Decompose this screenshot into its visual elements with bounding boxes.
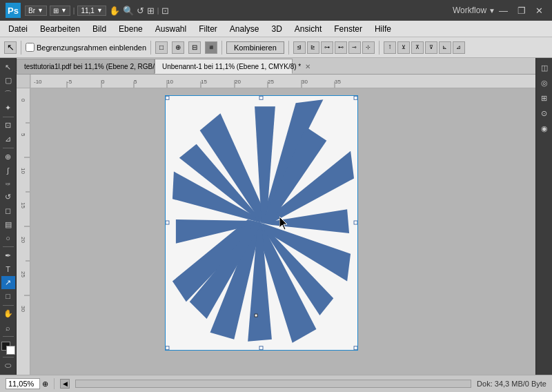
svg-text:30: 30 <box>302 79 308 85</box>
menu-ebene[interactable]: Ebene <box>113 23 148 35</box>
svg-text:30: 30 <box>20 306 26 312</box>
canvas-document[interactable] <box>165 95 358 351</box>
transform-panel-btn[interactable]: ⊞ <box>538 91 551 105</box>
shape-option-1[interactable]: □ <box>155 41 168 54</box>
main-area: ↖ ▢ ⌒ ✦ ⊡ ⊿ ⊕ ∫ ⎃ ↺ ◻ ▤ ○ ✒ T ↗ □ ✋ ⌕ ⬭ <box>0 58 552 375</box>
distribute-2[interactable]: ⊻ <box>397 41 410 54</box>
svg-text:10: 10 <box>167 79 173 85</box>
brush-tool[interactable]: ∫ <box>1 164 15 177</box>
zoom-input[interactable]: 11,05% <box>6 378 40 389</box>
zoom-tool[interactable]: ⌕ <box>1 321 15 334</box>
svg-text:25: 25 <box>268 79 274 85</box>
restore-button[interactable]: ❐ <box>514 4 529 17</box>
bounding-box-input[interactable] <box>26 43 34 52</box>
distribute-4[interactable]: ⊽ <box>425 41 437 54</box>
shape-option-2[interactable]: ⊕ <box>172 41 184 54</box>
combine-button[interactable]: Kombinieren <box>226 41 284 54</box>
hand-cursor-icon[interactable]: ✋ <box>109 6 120 16</box>
menu-fenster[interactable]: Fenster <box>328 23 368 35</box>
separator4 <box>288 41 289 55</box>
zoom-in-icon[interactable]: 🔍 <box>123 6 134 16</box>
align-center[interactable]: ⊵ <box>307 41 319 54</box>
tab-1[interactable]: testtutoria1l.pdf bei 11,1% (Ebene 2, RG… <box>17 59 155 74</box>
doc-area: testtutoria1l.pdf bei 11,1% (Ebene 2, RG… <box>17 58 535 375</box>
menu-bild[interactable]: Bild <box>87 23 112 35</box>
menu-auswahl[interactable]: Auswahl <box>150 23 192 35</box>
alignment-tools: ⊴ ⊵ ⊶ ⊷ ⊸ ⊹ <box>293 41 375 54</box>
menu-bar: Datei Bearbeiten Bild Ebene Auswahl Filt… <box>0 21 552 37</box>
menu-filter[interactable]: Filter <box>193 23 223 35</box>
tab-2-close[interactable]: ✕ <box>305 63 310 70</box>
tab-1-label: testtutoria1l.pdf bei 11,1% (Ebene 2, RG… <box>24 63 166 70</box>
zoom-confirm-icon: ⊕ <box>42 380 48 389</box>
title-bar: Ps Br▼ ⊞▼ | 11,1▼ ✋ 🔍 ↺ ⊞ | ⊡ Workflow ▼… <box>0 0 552 21</box>
svg-text:-10: -10 <box>34 79 42 85</box>
menu-analyse[interactable]: Analyse <box>224 23 265 35</box>
tab-2[interactable]: Unbenannt-1 bei 11,1% (Ebene 1, CMYK/8) … <box>155 59 293 74</box>
tool-sep-4 <box>3 305 14 306</box>
quick-mask-tool[interactable]: ⬭ <box>1 359 15 372</box>
mode-selector[interactable]: Br▼ <box>25 6 47 16</box>
hand-tool[interactable]: ✋ <box>1 308 15 321</box>
status-sep <box>54 378 55 389</box>
type-tool[interactable]: T <box>1 263 15 276</box>
view-grid-icon[interactable]: ⊞ <box>147 6 155 16</box>
screen-mode-selector[interactable]: ⊞▼ <box>50 6 70 16</box>
rotate-icon[interactable]: ↺ <box>137 6 144 16</box>
brush-panel-btn[interactable]: ◉ <box>538 121 551 135</box>
menu-3d[interactable]: 3D <box>266 23 288 35</box>
align-middle[interactable]: ⊸ <box>348 41 361 54</box>
background-color[interactable] <box>6 346 15 355</box>
menu-ansicht[interactable]: Ansicht <box>289 23 327 35</box>
history-brush-tool[interactable]: ↺ <box>1 191 15 204</box>
artwork-svg <box>166 96 357 350</box>
minimize-button[interactable]: — <box>495 4 511 17</box>
canvas-area[interactable]: // will be rendered via CSS -10 -5 0 5 1… <box>17 75 535 375</box>
svg-rect-58 <box>166 221 169 224</box>
shape-tool[interactable]: □ <box>1 290 15 303</box>
svg-rect-62 <box>354 346 357 350</box>
selection-tool-icon[interactable]: ↖ <box>4 41 17 54</box>
distribute-3[interactable]: ⊼ <box>411 41 424 54</box>
shape-option-3[interactable]: ⊟ <box>188 41 201 54</box>
adjustments-panel-btn[interactable]: ◎ <box>538 76 551 90</box>
distribute-5[interactable]: ⊾ <box>439 41 451 54</box>
lasso-tool[interactable]: ⌒ <box>1 88 15 101</box>
align-top[interactable]: ⊷ <box>335 41 347 54</box>
align-right[interactable]: ⊶ <box>321 41 333 54</box>
distribute-1[interactable]: ⊺ <box>384 41 396 54</box>
magic-wand-tool[interactable]: ✦ <box>1 101 15 115</box>
eraser-tool[interactable]: ◻ <box>1 204 15 217</box>
align-bottom[interactable]: ⊹ <box>362 41 375 54</box>
eyedropper-tool[interactable]: ⊿ <box>1 133 15 146</box>
rect-select-tool[interactable]: ▢ <box>1 75 15 88</box>
path-select-tool[interactable]: ↗ <box>1 276 15 289</box>
close-button[interactable]: ✕ <box>532 4 546 17</box>
canvas-wrapper[interactable] <box>30 88 535 375</box>
foreground-bg-color[interactable] <box>1 342 15 355</box>
scroll-nav: ◀ <box>60 379 70 389</box>
healing-brush-tool[interactable]: ⊕ <box>1 150 15 164</box>
scroll-left-btn[interactable]: ◀ <box>60 379 70 389</box>
burn-tool[interactable]: ○ <box>1 232 15 245</box>
menu-bearbeiten[interactable]: Bearbeiten <box>34 23 86 35</box>
svg-text:5: 5 <box>134 79 137 85</box>
layers-panel-btn[interactable]: ◫ <box>538 61 551 75</box>
align-left[interactable]: ⊴ <box>293 41 306 54</box>
workflow-dropdown[interactable]: ▼ <box>489 7 495 14</box>
arrange-icon[interactable]: ⊡ <box>161 6 169 16</box>
menu-hilfe[interactable]: Hilfe <box>369 23 397 35</box>
move-tool[interactable]: ↖ <box>1 61 15 74</box>
distribute-6[interactable]: ⊿ <box>453 41 465 54</box>
clone-stamp-tool[interactable]: ⎃ <box>1 177 15 190</box>
shape-option-4[interactable]: ◾ <box>205 41 217 54</box>
crop-tool[interactable]: ⊡ <box>1 119 15 133</box>
svg-text:20: 20 <box>235 79 241 85</box>
bounding-box-checkbox[interactable]: Begrenzungsrahmen einblenden <box>26 43 146 52</box>
pen-tool[interactable]: ✒ <box>1 249 15 262</box>
menu-datei[interactable]: Datei <box>3 23 33 35</box>
zoom-display[interactable]: 11,1▼ <box>77 6 106 16</box>
horizontal-scrollbar[interactable] <box>75 380 471 388</box>
history-panel-btn[interactable]: ⊙ <box>538 106 551 120</box>
gradient-tool[interactable]: ▤ <box>1 218 15 231</box>
